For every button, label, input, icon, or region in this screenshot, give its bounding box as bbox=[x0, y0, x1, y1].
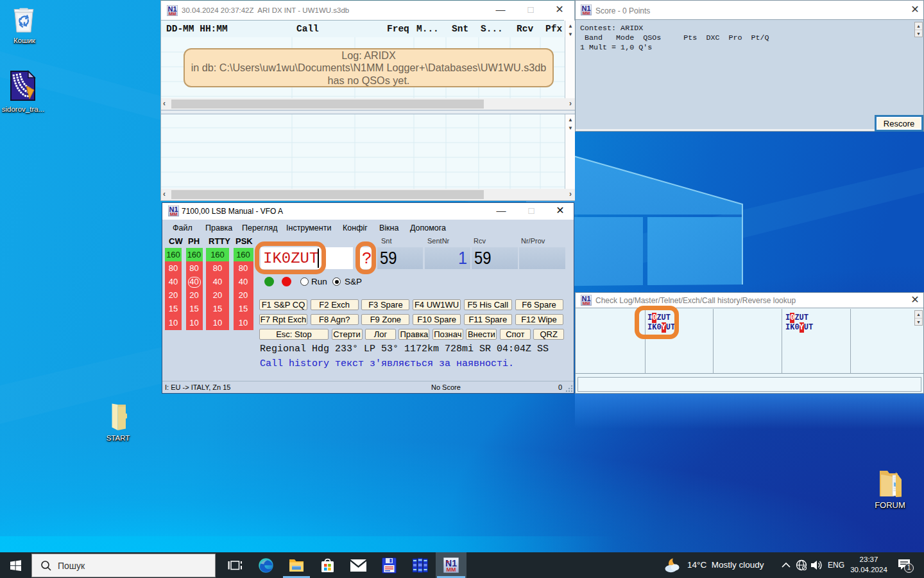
svg-text:MM: MM bbox=[170, 212, 178, 216]
svg-text:+: + bbox=[446, 559, 449, 565]
svg-text:MM: MM bbox=[583, 301, 590, 306]
svg-text:MM: MM bbox=[583, 11, 590, 15]
svg-text:MM: MM bbox=[447, 566, 456, 573]
svg-text:MM: MM bbox=[169, 12, 176, 16]
